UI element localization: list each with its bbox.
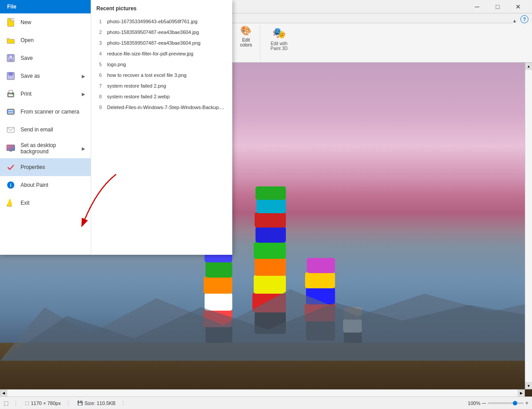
print-icon: [5, 89, 16, 99]
scroll-track-h[interactable]: [7, 390, 518, 396]
menu-properties-label: Properties: [21, 164, 45, 170]
svg-rect-54: [8, 202, 12, 205]
up-arrow-icon[interactable]: ▲: [512, 18, 517, 23]
svg-text:i: i: [10, 182, 11, 188]
zoom-out-button[interactable]: ─: [482, 400, 486, 406]
scroll-right-button[interactable]: ▶: [518, 390, 525, 397]
zoom-in-button[interactable]: +: [525, 400, 528, 406]
menu-open-label: Open: [21, 37, 34, 43]
save-as-arrow: ▶: [82, 74, 85, 79]
menu-item-print[interactable]: Print ▶: [0, 85, 91, 103]
dimensions-text: 1170 × 780px: [31, 401, 61, 406]
recent-item-1[interactable]: 1 photo-1673533499643-eb5a0958f761.jpg: [96, 16, 227, 27]
recent-item-7[interactable]: 7 system restore failed 2.png: [96, 80, 227, 91]
recent-item-3[interactable]: 3 photo-1583599507487-eea43bae3604.png: [96, 38, 227, 48]
file-menu-tab[interactable]: File: [0, 0, 91, 13]
svg-rect-19: [256, 199, 286, 213]
paint3d-label: Edit with Paint 3D: [266, 41, 293, 51]
svg-rect-18: [255, 212, 286, 228]
svg-rect-37: [8, 59, 13, 62]
menu-scanner-label: From scanner or camera: [21, 109, 79, 115]
file-menu-left: File New Open Save: [0, 0, 91, 255]
window-frame: 🎨 💾 ↩ ↪ ▾ | photo-1673533499643-eb5a0958…: [0, 0, 532, 409]
new-icon: [5, 17, 16, 28]
zoom-controls: 100% ─ +: [468, 400, 528, 406]
dimensions-section: ⬚ 1170 × 780px: [25, 401, 68, 406]
menu-save-as-label: Save as: [21, 73, 40, 79]
file-menu-right: Recent pictures 1 photo-1673533499643-eb…: [91, 0, 232, 255]
recent-item-4[interactable]: 4 reduce-file-size-filter-for-pdf-previe…: [96, 48, 227, 59]
close-button[interactable]: ✕: [508, 0, 528, 13]
window-controls: ─ □ ✕: [467, 0, 528, 13]
menu-print-label: Print: [21, 91, 32, 97]
svg-rect-39: [8, 72, 13, 76]
scrollbar-vertical[interactable]: ▲ ▼: [525, 63, 532, 389]
menu-item-exit[interactable]: Exit: [0, 194, 91, 212]
email-icon: [5, 124, 16, 135]
print-arrow: ▶: [82, 92, 85, 97]
scroll-up-button[interactable]: ▲: [525, 63, 532, 70]
menu-item-save[interactable]: Save: [0, 49, 91, 67]
menu-item-new[interactable]: New: [0, 13, 91, 31]
save-as-icon: [5, 71, 16, 81]
scroll-down-button[interactable]: ▼: [525, 382, 532, 389]
scroll-track-v[interactable]: [525, 70, 532, 382]
recent-item-9[interactable]: 9 Deleted-Files-in-Windows-7-Step-Window…: [96, 102, 227, 113]
status-bar: ⬚ ⬚ 1170 × 780px 💾 Size: 110.5KB 100% ─ …: [0, 396, 532, 409]
file-icon: 💾: [77, 401, 83, 405]
menu-item-properties[interactable]: Properties: [0, 158, 91, 176]
svg-rect-55: [9, 199, 11, 202]
menu-item-scanner[interactable]: From scanner or camera: [0, 103, 91, 121]
recent-item-6[interactable]: 6 how to recover a lost excel file 3.png: [96, 70, 227, 80]
svg-rect-16: [254, 242, 286, 259]
open-icon: [5, 35, 16, 46]
maximize-button[interactable]: □: [487, 0, 508, 13]
svg-point-43: [12, 93, 13, 95]
menu-about-label: About Paint: [21, 182, 48, 188]
edit-colors-section: 🎨 Edit colors: [232, 25, 260, 60]
menu-item-email[interactable]: Send in email: [0, 121, 91, 139]
menu-exit-label: Exit: [21, 200, 29, 206]
edit-colors-icon: 🎨: [240, 25, 251, 36]
dimensions-icon: ⬚: [25, 401, 29, 405]
svg-rect-25: [307, 258, 335, 273]
recent-item-5[interactable]: 5 logo.png: [96, 59, 227, 70]
scrollbar-horizontal[interactable]: ◀ ▶: [0, 389, 525, 396]
menu-item-about[interactable]: i About Paint: [0, 176, 91, 194]
zoom-percent: 100%: [468, 401, 480, 406]
desktop-arrow: ▶: [82, 146, 85, 151]
zoom-slider[interactable]: [488, 402, 524, 404]
file-menu: File New Open Save: [0, 0, 232, 255]
svg-rect-50: [9, 151, 12, 152]
menu-new-label: New: [21, 19, 31, 25]
recent-item-2[interactable]: 2 photo-1583599507487-eea43bae3604.jpg: [96, 27, 227, 38]
menu-item-save-as[interactable]: Save as ▶: [0, 67, 91, 85]
file-size-text: Size: 110.5KB: [84, 401, 116, 406]
zoom-thumb: [513, 401, 517, 405]
menu-email-label: Send in email: [21, 126, 53, 133]
menu-item-desktop[interactable]: Set as desktop background ▶: [0, 139, 91, 158]
recent-item-8[interactable]: 8 system restore failed 2.webp: [96, 91, 227, 102]
selection-status: ⬚: [4, 400, 16, 406]
exit-icon: [5, 198, 16, 208]
svg-rect-20: [256, 186, 286, 200]
svg-rect-17: [256, 227, 286, 243]
paint3d-icon: 🎭: [272, 27, 286, 39]
svg-rect-41: [9, 90, 13, 93]
scroll-left-button[interactable]: ◀: [0, 390, 7, 397]
edit-colors-button[interactable]: Edit colors: [235, 37, 257, 48]
svg-rect-49: [7, 145, 15, 151]
menu-item-open[interactable]: Open: [0, 31, 91, 49]
mountains-svg: [0, 271, 532, 361]
size-section: 💾 Size: 110.5KB: [77, 401, 123, 406]
paint3d-section[interactable]: 🎭 Edit with Paint 3D: [262, 25, 296, 60]
minimize-button[interactable]: ─: [467, 0, 487, 13]
svg-rect-36: [9, 55, 12, 58]
svg-rect-42: [8, 94, 13, 96]
properties-icon: [5, 162, 16, 173]
save-icon: [5, 53, 16, 63]
help-icon[interactable]: ?: [520, 15, 528, 23]
menu-save-label: Save: [21, 55, 33, 61]
scanner-icon: [5, 106, 16, 117]
menu-desktop-label: Set as desktop background: [21, 142, 77, 155]
